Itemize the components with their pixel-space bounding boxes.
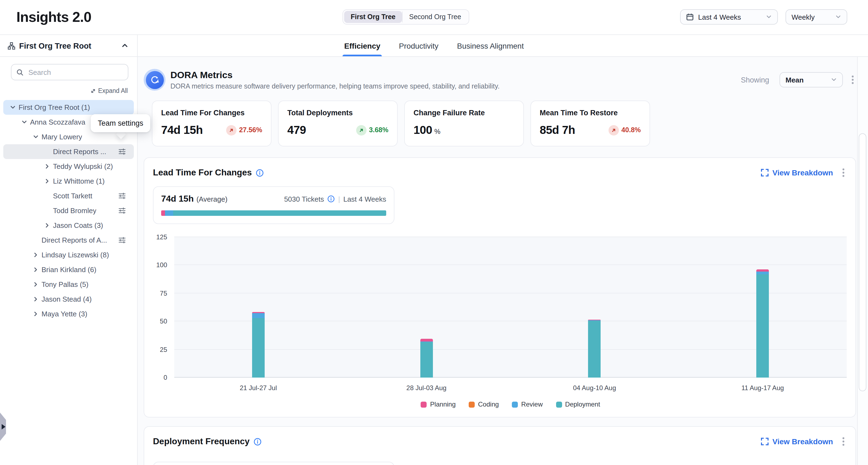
chevron-down-icon[interactable] xyxy=(9,104,16,111)
org-toggle-second-org-tree[interactable]: Second Org Tree xyxy=(403,11,468,23)
bar-segment-planning xyxy=(420,339,433,342)
view-breakdown-label: View Breakdown xyxy=(772,168,833,177)
legend-item-coding: Coding xyxy=(469,401,499,408)
tree-item-direct-reports-of-a[interactable]: Direct Reports of A... xyxy=(3,233,134,248)
header-controls: Last 4 Weeks Weekly xyxy=(680,9,847,25)
app-root: Insights 2.0 First Org TreeSecond Org Tr… xyxy=(0,0,868,465)
view-breakdown-link[interactable]: View Breakdown xyxy=(761,437,833,446)
tree-item-tony-pallas-5[interactable]: Tony Pallas (5) xyxy=(3,277,134,292)
tree-item-first-org-tree-root-1[interactable]: First Org Tree Root (1) xyxy=(3,100,134,115)
stacked-bar[interactable] xyxy=(252,237,265,378)
expand-corners-icon xyxy=(761,169,769,177)
chevron-down-icon xyxy=(766,13,772,21)
metric-card-unit: % xyxy=(434,128,440,135)
stacked-bar[interactable] xyxy=(756,237,769,378)
trend-arrow-icon xyxy=(226,125,236,135)
lead-time-card: Lead Time For Changes View Breakdown xyxy=(144,157,856,417)
chevron-right-icon[interactable] xyxy=(44,163,50,169)
y-tick-label: 75 xyxy=(160,289,167,297)
team-settings-icon[interactable] xyxy=(118,148,126,156)
legend-swatch xyxy=(512,401,518,407)
info-icon[interactable] xyxy=(253,437,262,445)
view-breakdown-link[interactable]: View Breakdown xyxy=(761,168,833,177)
lead-time-title: Lead Time For Changes xyxy=(153,168,252,178)
tree-item-scott-tarkett[interactable]: Scott Tarkett xyxy=(3,188,134,203)
chevron-down-icon[interactable] xyxy=(21,119,27,125)
chevron-right-icon[interactable] xyxy=(32,296,39,302)
sidebar-collapse-button[interactable] xyxy=(120,41,129,50)
tree-item-label: Tony Pallas (5) xyxy=(41,280,89,288)
x-tick-label: 04 Aug-10 Aug xyxy=(510,384,679,392)
org-toggle-first-org-tree[interactable]: First Org Tree xyxy=(344,11,402,23)
y-axis: 0255075100125 xyxy=(153,237,174,378)
metric-card-title: Change Failure Rate xyxy=(413,109,515,117)
tab-productivity[interactable]: Productivity xyxy=(397,35,440,56)
info-icon[interactable] xyxy=(327,195,335,203)
tree-item-maya-yette-3[interactable]: Maya Yette (3) xyxy=(3,307,134,321)
bar-slot-04-aug-10-aug xyxy=(510,237,679,378)
x-axis: 21 Jul-27 Jul28 Jul-03 Aug04 Aug-10 Aug1… xyxy=(174,384,847,392)
aggregation-select[interactable]: Mean xyxy=(779,72,843,87)
stacked-bar[interactable] xyxy=(588,237,601,378)
legend-item-planning: Planning xyxy=(421,401,456,408)
tree-item-jason-stead-4[interactable]: Jason Stead (4) xyxy=(3,292,134,307)
chart-legend: PlanningCodingReviewDeployment xyxy=(174,401,847,408)
dora-metrics-icon xyxy=(144,69,165,91)
tab-efficiency[interactable]: Efficiency xyxy=(342,35,382,56)
divider: | xyxy=(338,195,340,203)
chevron-right-icon[interactable] xyxy=(44,222,50,228)
chevron-down-icon[interactable] xyxy=(32,134,39,140)
team-settings-icon[interactable] xyxy=(118,207,126,215)
y-tick-label: 50 xyxy=(160,317,167,325)
search-box[interactable] xyxy=(11,64,128,80)
scrollbar-thumb[interactable] xyxy=(859,133,866,391)
granularity-select[interactable]: Weekly xyxy=(785,9,847,25)
tree-item-label: Brian Kirkland (6) xyxy=(41,266,96,274)
chevron-right-icon[interactable] xyxy=(32,311,39,317)
tree-item-lindsay-liszewski-8[interactable]: Lindsay Liszewski (8) xyxy=(3,248,134,262)
tab-business-alignment[interactable]: Business Alignment xyxy=(455,35,525,56)
date-range-select[interactable]: Last 4 Weeks xyxy=(680,9,778,25)
tree-item-liz-whittome-1[interactable]: Liz Whittome (1) xyxy=(3,174,134,188)
tree-item-todd-bromley[interactable]: Todd Bromley xyxy=(3,203,134,218)
summary-meta: 5030 Tickets | Last 4 Weeks xyxy=(284,195,386,203)
chevron-right-icon[interactable] xyxy=(32,267,39,273)
tree-item-direct-reports[interactable]: Direct Reports ... xyxy=(3,144,134,159)
bar-slot-28-jul-03-aug xyxy=(342,237,511,378)
trend-badge: 40.8% xyxy=(608,125,641,135)
metric-card-value: 85d 7h xyxy=(540,123,575,136)
deployment-menu-button[interactable] xyxy=(840,436,847,447)
chevron-right-icon[interactable] xyxy=(32,252,39,258)
dora-header: DORA Metrics DORA metrics measure softwa… xyxy=(144,63,856,96)
expand-all-button[interactable]: Expand All xyxy=(0,87,128,94)
tree-item-teddy-wylupski-2[interactable]: Teddy Wylupski (2) xyxy=(3,159,134,174)
top-header: Insights 2.0 First Org TreeSecond Org Tr… xyxy=(0,0,868,35)
bar-slot-11-aug-17-aug xyxy=(679,237,847,378)
metric-card-title: Total Deployments xyxy=(287,109,389,117)
lead-time-menu-button[interactable] xyxy=(840,167,847,178)
chevron-right-icon[interactable] xyxy=(44,178,50,184)
dora-menu-button[interactable] xyxy=(849,74,856,85)
team-settings-icon[interactable] xyxy=(118,192,126,200)
team-settings-icon[interactable] xyxy=(118,236,126,244)
tree-item-jason-coats-3[interactable]: Jason Coats (3) xyxy=(3,218,134,233)
tree-item-label: Teddy Wylupski (2) xyxy=(53,162,113,170)
tree-item-label: Liz Whittome (1) xyxy=(53,177,104,185)
tab-label: Business Alignment xyxy=(457,41,524,50)
metric-card-value-row: 74d 15h27.56% xyxy=(161,123,262,136)
x-tick-label: 28 Jul-03 Aug xyxy=(342,384,511,392)
bar-segment-deployment xyxy=(252,318,265,378)
metric-card-value: 100 xyxy=(413,123,432,136)
plot-area xyxy=(174,237,847,378)
bar-segment-deployment xyxy=(588,320,601,378)
chevron-right-icon[interactable] xyxy=(32,281,39,287)
trend-value: 40.8% xyxy=(621,126,641,134)
tree-item-label: Lindsay Liszewski (8) xyxy=(41,251,109,259)
info-icon[interactable] xyxy=(256,168,264,177)
y-tick-label: 100 xyxy=(156,261,167,269)
tree-item-brian-kirkland-6[interactable]: Brian Kirkland (6) xyxy=(3,262,134,277)
stacked-bar[interactable] xyxy=(420,237,433,378)
tree-item-label: First Org Tree Root (1) xyxy=(19,103,90,112)
search-input[interactable] xyxy=(27,67,123,77)
lead-time-summary: 74d 15h (Average) 5030 Tickets | Last 4 … xyxy=(153,186,394,224)
